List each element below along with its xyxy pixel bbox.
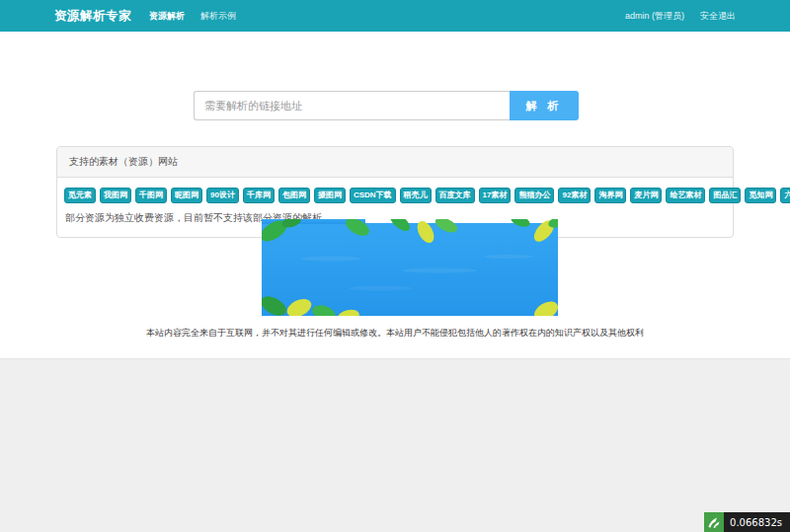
nav-item-resource-parse[interactable]: 资源解析 <box>149 10 185 23</box>
site-tag[interactable]: 摄图网 <box>314 188 346 203</box>
leaf-swoosh-icon <box>706 514 722 530</box>
site-tag[interactable]: 稻壳儿 <box>400 188 432 203</box>
site-tag[interactable]: 图品汇 <box>709 188 741 203</box>
site-tag[interactable]: 92素材 <box>558 188 591 203</box>
parse-url-input[interactable] <box>194 91 510 120</box>
site-tags: 觅元素我图网千图网昵图网90设计千库网包图网摄图网CSDN下载稻壳儿百度文库17… <box>64 188 726 203</box>
panel-title: 支持的素材（资源）网站 <box>57 147 733 178</box>
top-navbar: 资源解析专家 资源解析 解析示例 admin (管理员) 安全退出 <box>0 0 790 32</box>
execution-time-badge: 0.066832s <box>724 512 790 532</box>
nav-item-parse-example[interactable]: 解析示例 <box>200 10 236 23</box>
site-tag[interactable]: 千库网 <box>243 188 275 203</box>
site-tag[interactable]: 我图网 <box>100 188 131 203</box>
user-menu-link[interactable]: admin (管理员) <box>625 10 684 23</box>
site-tag[interactable]: 17素材 <box>479 188 512 203</box>
parse-url-form: 解 析 <box>194 91 579 120</box>
banner-image <box>262 219 558 316</box>
brand-link[interactable]: 资源解析专家 <box>54 8 131 25</box>
site-tag[interactable]: CSDN下载 <box>350 188 396 203</box>
site-tag[interactable]: 90设计 <box>206 188 239 203</box>
site-tag[interactable]: 觅知网 <box>745 188 776 203</box>
disclaimer-text: 本站内容完全来自于互联网，并不对其进行任何编辑或修改。本站用户不能侵犯包括他人的… <box>0 327 790 340</box>
site-tag[interactable]: 六图网 <box>780 188 790 203</box>
logout-link[interactable]: 安全退出 <box>700 10 736 23</box>
debug-trace-bar: 0.066832s <box>704 512 790 532</box>
site-tag[interactable]: 包图网 <box>278 188 310 203</box>
thinkphp-trace-icon[interactable] <box>704 512 724 532</box>
parse-button[interactable]: 解 析 <box>510 91 579 120</box>
page-footer <box>0 358 790 532</box>
site-tag[interactable]: 熊猫办公 <box>514 188 554 203</box>
site-tag[interactable]: 麦片网 <box>630 188 662 203</box>
page: { "navbar": { "brand": "资源解析专家", "items"… <box>0 0 790 532</box>
site-tag[interactable]: 淘界网 <box>594 188 626 203</box>
site-tag[interactable]: 百度文库 <box>435 188 475 203</box>
site-tag[interactable]: 绘艺素材 <box>666 188 705 203</box>
site-tag[interactable]: 昵图网 <box>171 188 202 203</box>
site-tag[interactable]: 觅元素 <box>64 188 96 203</box>
site-tag[interactable]: 千图网 <box>135 188 167 203</box>
